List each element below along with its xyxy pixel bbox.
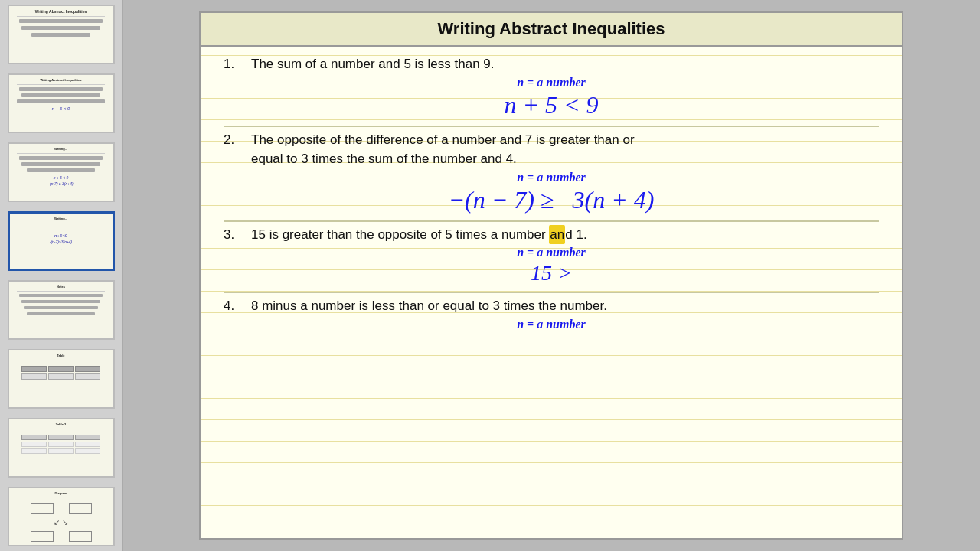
slide-body: 1. The sum of a number and 5 is less tha…	[201, 47, 902, 345]
divider-3	[224, 292, 879, 293]
slide: Writing Abstract Inequalities 1. The sum…	[199, 11, 903, 540]
slide-thumb-2[interactable]: Writing Abstract Inequalities n + 5 < 9	[8, 73, 115, 133]
problem-1: 1. The sum of a number and 5 is less tha…	[224, 54, 879, 119]
problem-1-n-label: n = a number	[224, 76, 879, 90]
slide-thumb-4[interactable]: Writing... n+5<9 -(n-7)≥3(n+4) →	[8, 211, 115, 271]
problem-2-body: The opposite of the difference of a numb…	[251, 130, 879, 169]
problem-3-number: 3.	[224, 225, 245, 245]
main-content: Writing Abstract Inequalities 1. The sum…	[122, 0, 980, 551]
problem-4-text: 4. 8 minus a number is less than or equa…	[224, 296, 879, 316]
problem-3-math: 15 >	[224, 261, 879, 285]
title-text: Writing Abstract Inequalities	[437, 19, 665, 38]
problem-4: 4. 8 minus a number is less than or equa…	[224, 296, 879, 331]
problem-2-math: −(n − 7) ≥ 3(n + 4)	[224, 186, 879, 214]
problem-1-text: 1. The sum of a number and 5 is less tha…	[224, 54, 879, 74]
problem-3: 3. 15 is greater than the opposite of 5 …	[224, 225, 879, 286]
slide-thumb-8[interactable]: Diagram ↙ ↘	[8, 487, 115, 546]
problem-3-text: 3. 15 is greater than the opposite of 5 …	[224, 225, 879, 245]
problem-1-number: 1.	[224, 54, 245, 74]
problem-2-text: 2. The opposite of the difference of a n…	[224, 130, 879, 169]
problem-1-math: n + 5 < 9	[224, 91, 879, 119]
problem-3-body: 15 is greater than the opposite of 5 tim…	[251, 225, 879, 245]
slide-title: Writing Abstract Inequalities	[201, 13, 902, 47]
problem-4-n-label: n = a number	[224, 318, 879, 331]
problem-4-number: 4.	[224, 296, 245, 316]
problem-2: 2. The opposite of the difference of a n…	[224, 130, 879, 214]
slide-panel[interactable]: Writing Abstract Inequalities Writing Ab…	[0, 0, 122, 551]
problem-2-number: 2.	[224, 130, 245, 169]
cursor-highlight: an	[549, 225, 565, 245]
slide-thumb-6[interactable]: Table	[8, 349, 115, 409]
problem-1-body: The sum of a number and 5 is less than 9…	[251, 54, 879, 74]
problem-3-n-label: n = a number	[224, 246, 879, 259]
problem-4-body: 8 minus a number is less than or equal t…	[251, 296, 879, 316]
slide-thumb-1[interactable]: Writing Abstract Inequalities	[8, 5, 115, 64]
divider-1	[224, 126, 879, 127]
slide-thumb-5[interactable]: Notes	[8, 280, 115, 340]
slide-thumb-3[interactable]: Writing... n + 5 < 9 -(n-7) ≥ 3(n+4)	[8, 142, 115, 202]
divider-2	[224, 220, 879, 222]
slide-thumb-7[interactable]: Table 2	[8, 418, 115, 478]
problem-2-n-label: n = a number	[224, 171, 879, 184]
